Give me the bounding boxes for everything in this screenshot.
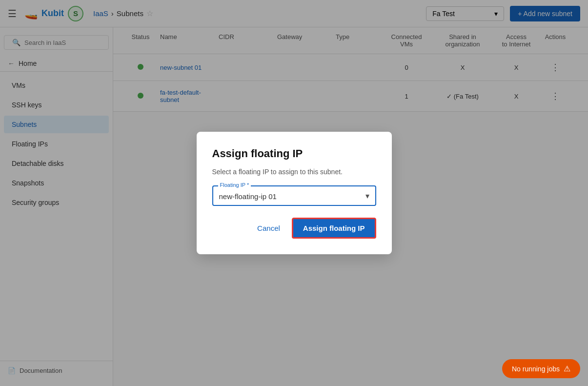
assign-floating-ip-button[interactable]: Assign floating IP [292,218,376,239]
floating-ip-select[interactable]: new-floating-ip 01 new-floating-ip 02 [219,192,369,201]
floating-ip-label: Floating IP * [218,182,251,188]
warning-icon: ⚠ [564,364,570,373]
assign-floating-ip-modal: Assign floating IP Select a floating IP … [197,132,392,254]
modal-overlay: Assign floating IP Select a floating IP … [0,0,588,386]
status-bar-label: No running jobs [512,365,560,373]
modal-title: Assign floating IP [212,147,376,160]
modal-description: Select a floating IP to assign to this s… [212,168,376,176]
floating-ip-select-wrapper: Floating IP * new-floating-ip 01 new-flo… [212,185,376,206]
status-bar[interactable]: No running jobs ⚠ [502,359,580,378]
cancel-button[interactable]: Cancel [251,220,286,236]
modal-actions: Cancel Assign floating IP [212,218,376,239]
